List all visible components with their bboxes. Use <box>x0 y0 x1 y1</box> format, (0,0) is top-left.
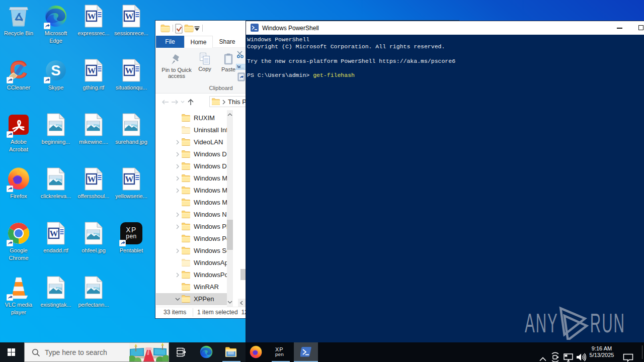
svg-text:pen: pen <box>126 233 137 240</box>
svg-text:S: S <box>51 62 60 78</box>
svg-text:RUN: RUN <box>590 308 625 338</box>
svg-text:ANY: ANY <box>525 308 558 338</box>
svg-text:...: ... <box>240 65 244 69</box>
